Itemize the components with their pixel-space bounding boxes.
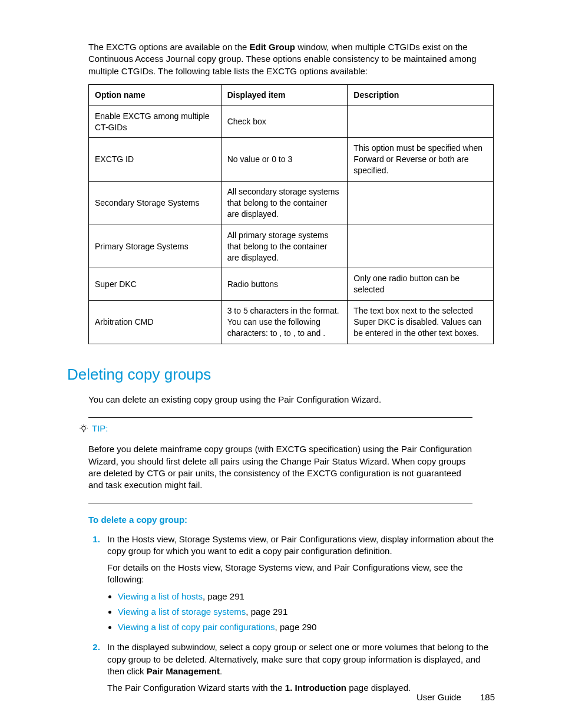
th-description: Description [348, 84, 494, 106]
intro-paragraph: The EXCTG options are available on the E… [88, 41, 495, 77]
cell: No value or 0 to 3 [221, 138, 348, 182]
cell: 3 to 5 characters in the format. You can… [221, 301, 348, 344]
step2-p2b: 1. Introduction [285, 683, 346, 693]
step2-p2c: page displayed. [346, 683, 411, 693]
procedure-title: To delete a copy group: [88, 514, 495, 526]
table-row: Arbitration CMD 3 to 5 characters in the… [89, 301, 494, 344]
cell: EXCTG ID [89, 138, 222, 182]
cell: Arbitration CMD [89, 301, 222, 344]
table-row: EXCTG ID No value or 0 to 3 This option … [89, 138, 494, 182]
svg-line-4 [81, 426, 82, 426]
document-page: The EXCTG options are available on the E… [0, 0, 562, 728]
link-suffix: , page 291 [203, 591, 244, 601]
step1-links: Viewing a list of hosts, page 291 Viewin… [118, 591, 495, 634]
link-pair-config[interactable]: Viewing a list of copy pair configuratio… [118, 622, 275, 632]
cell: The text box next to the selected Super … [348, 301, 494, 344]
tip-label: TIP: [92, 423, 108, 434]
cell [348, 106, 494, 138]
step2-p2a: The Pair Configuration Wizard starts wit… [107, 683, 285, 693]
link-suffix: , page 291 [246, 607, 287, 617]
footer-label: User Guide [416, 692, 461, 702]
cell: This option must be specified when Forwa… [348, 138, 494, 182]
list-item: Viewing a list of hosts, page 291 [118, 591, 495, 602]
table-row: Primary Storage Systems All primary stor… [89, 225, 494, 268]
tip-body: Before you delete mainframe copy groups … [88, 443, 474, 491]
table-row: Super DKC Radio buttons Only one radio b… [89, 268, 494, 301]
cell: Secondary Storage Systems [89, 182, 222, 225]
step-1: In the Hosts view, Storage Systems view,… [103, 533, 495, 634]
options-table: Option name Displayed item Description E… [88, 84, 494, 344]
tip-rule-bottom [88, 503, 472, 503]
th-displayed-item: Displayed item [221, 84, 348, 106]
link-hosts[interactable]: Viewing a list of hosts [118, 591, 203, 601]
tip-rule-top [88, 417, 472, 418]
list-item: Viewing a list of storage systems, page … [118, 606, 495, 618]
footer-page-number: 185 [480, 692, 495, 702]
cell: Check box [221, 106, 348, 138]
step2-p1c: . [220, 666, 222, 676]
intro-text-a: The EXCTG options are available on the [88, 42, 250, 52]
cell: Primary Storage Systems [89, 225, 222, 268]
table-row: Enable EXCTG among multiple CT-GIDs Chec… [89, 106, 494, 138]
section-intro: You can delete an existing copy group us… [88, 394, 495, 406]
link-suffix: , page 290 [275, 622, 317, 632]
cell: Super DKC [89, 268, 222, 301]
cell [348, 182, 494, 225]
cell: Enable EXCTG among multiple CT-GIDs [89, 106, 222, 138]
cell: All primary storage systems that belong … [221, 225, 348, 268]
table-header-row: Option name Displayed item Description [89, 84, 494, 106]
step2-bold: Pair Management [147, 666, 220, 676]
table-row: Secondary Storage Systems All secondary … [89, 182, 494, 225]
svg-line-5 [85, 426, 86, 426]
th-option-name: Option name [89, 84, 222, 106]
lightbulb-icon [79, 424, 88, 433]
cell: Only one radio button can be selected [348, 268, 494, 301]
svg-point-0 [82, 426, 86, 430]
procedure-steps: In the Hosts view, Storage Systems view,… [88, 533, 495, 694]
link-storage[interactable]: Viewing a list of storage systems [118, 607, 246, 617]
list-item: Viewing a list of copy pair configuratio… [118, 621, 495, 633]
step1-p2: For details on the Hosts view, Storage S… [107, 562, 495, 586]
tip-header: TIP: [79, 423, 495, 434]
cell: Radio buttons [221, 268, 348, 301]
step-2: In the displayed subwindow, select a cop… [103, 641, 495, 694]
step1-p1: In the Hosts view, Storage Systems view,… [107, 534, 494, 556]
intro-bold: Edit Group [250, 42, 296, 52]
cell: All secondary storage systems that belon… [221, 182, 348, 225]
section-heading: Deleting copy groups [67, 364, 495, 385]
page-footer: User Guide 185 [416, 691, 495, 703]
cell [348, 225, 494, 268]
